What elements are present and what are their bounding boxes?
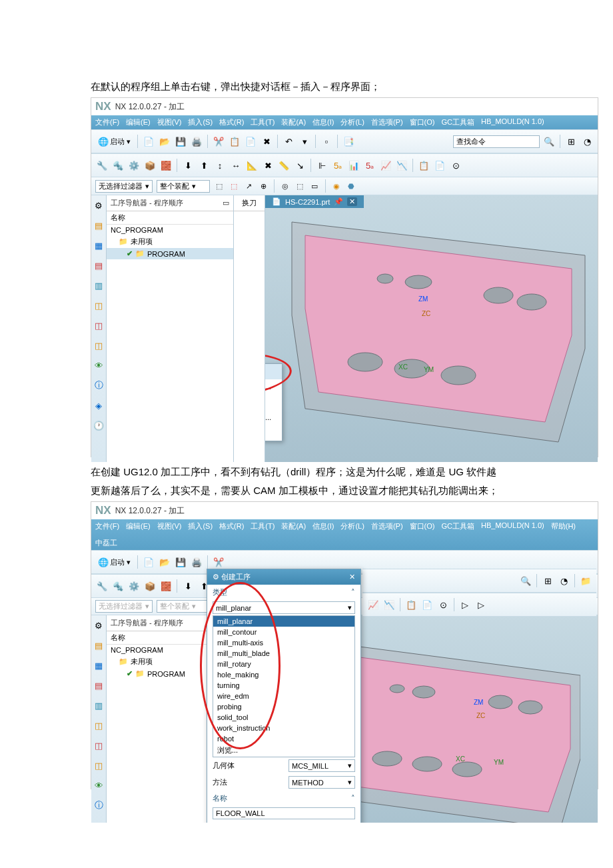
lb-gear-icon[interactable]: ⚙ — [93, 199, 105, 211]
fb-ico-7[interactable]: ▭ — [309, 181, 320, 191]
cam-ico-16[interactable]: 📊 — [347, 159, 360, 172]
cam-ico-18[interactable]: 📈 — [379, 159, 392, 172]
sub-prog-group[interactable]: 📁程序组... — [265, 379, 282, 395]
dlg-name-input[interactable]: FLOOR_WALL — [213, 807, 355, 819]
chevron-up-icon-2[interactable]: ˄ — [351, 794, 355, 803]
lb2-k[interactable]: ◈ — [93, 819, 105, 823]
lb2-c[interactable]: ▦ — [93, 659, 105, 671]
insert-submenu[interactable]: ⚙工序... 📁程序组... 🔧刀具... ◈几何体... 📋方法... — [265, 363, 283, 441]
dlg-type-combo[interactable]: mill_planar▾ — [213, 601, 355, 614]
lb2-h[interactable]: ◫ — [93, 759, 105, 771]
menu2-gctoolbox[interactable]: GC工具箱 — [441, 521, 474, 531]
filter-assy[interactable]: 整个装配▾ — [157, 180, 210, 193]
type-robot[interactable]: robot — [213, 733, 354, 744]
cam-ico-3[interactable]: ⚙️ — [127, 159, 141, 172]
dlg-method-sel[interactable]: METHOD▾ — [289, 776, 355, 789]
unused-items-2[interactable]: 📁未用项 — [107, 655, 207, 668]
lb2-d[interactable]: ▤ — [93, 679, 105, 691]
print-icon[interactable]: 🖨️ — [190, 135, 203, 148]
cam-ico-22[interactable]: ⊙ — [449, 159, 462, 172]
cam-ico-7[interactable]: ⬆ — [197, 159, 211, 172]
frag-b2[interactable]: 📉 — [382, 598, 396, 611]
print-icon-2[interactable]: 🖨️ — [190, 555, 203, 569]
program-node-2[interactable]: ✔📁PROGRAM — [107, 668, 207, 679]
menu2-view[interactable]: 视图(V) — [157, 521, 182, 531]
type-mill-contour[interactable]: mill_contour — [213, 627, 354, 637]
type-wire-edm[interactable]: wire_edm — [213, 691, 354, 701]
menu-view[interactable]: 视图(V) — [157, 117, 182, 127]
menu-bar-2[interactable]: 文件(F) 编辑(E) 视图(V) 插入(S) 格式(R) 工具(T) 装配(A… — [91, 519, 598, 550]
menu-bar[interactable]: 文件(F) 编辑(E) 视图(V) 插入(S) 格式(R) 工具(T) 装配(A… — [91, 115, 598, 129]
left-bar[interactable]: ⚙ ▤ ▦ ▤ ▥ ◫ ◫ ◫ 👁 ⓘ ◈ 🕐 — [91, 195, 107, 462]
menu2-help[interactable]: 帮助(H) — [551, 521, 576, 531]
lb2-a[interactable]: ⚙ — [93, 619, 105, 631]
filter-bar[interactable]: 无选择过滤器▾ 整个装配▾ ⬚ ⬚ ↗ ⊕ ◎ ⬚ ▭ ◉ ⬣ — [91, 177, 598, 195]
menu-window[interactable]: 窗口(O) — [410, 117, 435, 127]
redo-icon[interactable]: ▾ — [298, 135, 311, 148]
type-turning[interactable]: turning — [213, 680, 354, 691]
fb-ico-8[interactable]: ◉ — [331, 181, 342, 191]
filter-assy-2[interactable]: 整个装配▾ — [157, 600, 210, 613]
cam-ico-6[interactable]: ⬇ — [181, 159, 195, 172]
view-icon[interactable]: ⊞ — [564, 135, 578, 148]
fb-ico-3[interactable]: ↗ — [243, 181, 254, 191]
start-button-2[interactable]: 🌐 启动 ▾ — [95, 555, 133, 569]
frag-b7[interactable]: ▷ — [474, 598, 488, 611]
toolbar-right-frag[interactable]: 🔍 ⊞ ◔ 📁 📈 📉 📋 📄 ⊙ ▷ ▷ — [362, 569, 596, 617]
cam-ico-19[interactable]: 📉 — [395, 159, 408, 172]
sub-operation[interactable]: ⚙工序... — [265, 364, 282, 379]
menu2-prefs[interactable]: 首选项(P) — [371, 521, 403, 531]
lb-k-icon[interactable]: 🕐 — [93, 419, 105, 431]
cam-ico-15[interactable]: 5ₐ — [331, 159, 344, 172]
cam-ico-10[interactable]: 📐 — [245, 159, 259, 172]
lb2-b[interactable]: ▤ — [93, 639, 105, 651]
menu2-format[interactable]: 格式(R) — [219, 521, 244, 531]
menu-tools[interactable]: 工具(T) — [251, 117, 275, 127]
cam-ico-2[interactable]: 🔩 — [111, 159, 125, 172]
lb2-g[interactable]: ◫ — [93, 739, 105, 751]
nc-program-2[interactable]: NC_PROGRAM — [107, 645, 207, 655]
menu2-insert[interactable]: 插入(S) — [188, 521, 213, 531]
menu-format[interactable]: 格式(R) — [219, 117, 244, 127]
cam-ico-6b[interactable]: ⬇ — [181, 579, 195, 593]
menu-analysis[interactable]: 分析(L) — [340, 117, 364, 127]
search-icon[interactable]: 🔍 — [542, 135, 556, 148]
fb-ico-4[interactable]: ⊕ — [258, 181, 269, 191]
cam-ico-12[interactable]: 📏 — [277, 159, 291, 172]
cut-icon[interactable]: ✂️ — [212, 135, 225, 148]
cam-ico-11[interactable]: ✖ — [261, 159, 275, 172]
fb-ico-1[interactable]: ⬚ — [214, 181, 225, 191]
cam-ico-20[interactable]: 📋 — [417, 159, 430, 172]
menu2-edit[interactable]: 编辑(E) — [126, 521, 151, 531]
menu2-info[interactable]: 信息(I) — [312, 521, 334, 531]
nc-program[interactable]: NC_PROGRAM — [107, 225, 233, 235]
frag-search-icon[interactable]: 🔍 — [519, 574, 532, 587]
frag-b1[interactable]: 📈 — [366, 598, 380, 611]
dlg-close-icon[interactable]: ✕ — [349, 573, 355, 581]
menu2-analysis[interactable]: 分析(L) — [340, 521, 364, 531]
menu-prefs[interactable]: 首选项(P) — [371, 117, 403, 127]
viewport-3d[interactable]: 📄 HS-C2291.prt 📌 ✕ ZM ZC — [265, 195, 598, 462]
frag-b3[interactable]: 📋 — [404, 598, 418, 611]
lb2-f[interactable]: ◫ — [93, 719, 105, 731]
cam-ico-13[interactable]: ↘ — [293, 159, 306, 172]
left-bar-2[interactable]: ⚙ ▤ ▦ ▤ ▥ ◫ ◫ ◫ 👁 ⓘ ◈ — [91, 615, 107, 823]
cam-ico-1[interactable]: 🔧 — [95, 159, 109, 172]
cam-ico-8[interactable]: ↕ — [213, 159, 227, 172]
new-icon[interactable]: 📄 — [142, 135, 155, 148]
lb-j-icon[interactable]: ◈ — [93, 399, 105, 411]
menu2-tools[interactable]: 工具(T) — [251, 521, 275, 531]
frag-shade-icon[interactable]: ◔ — [557, 574, 570, 587]
fb-ico-6[interactable]: ⬚ — [295, 181, 305, 191]
menu-hbmould[interactable]: HB_MOULD(N 1.0) — [481, 117, 544, 127]
frag-b5[interactable]: ⊙ — [436, 598, 450, 611]
menu-insert[interactable]: 插入(S) — [188, 117, 213, 127]
lb-h-icon[interactable]: 👁 — [93, 359, 105, 371]
cam-ico-14[interactable]: ⊩ — [315, 159, 328, 172]
dlg-geom-sel[interactable]: MCS_MILL▾ — [289, 759, 355, 772]
start-button[interactable]: 🌐 启动 ▾ — [95, 135, 133, 148]
delete-icon[interactable]: ✖ — [260, 135, 273, 148]
lb-i-icon[interactable]: ⓘ — [93, 379, 105, 391]
cam-ico-17[interactable]: 5ₐ — [363, 159, 376, 172]
menu2-window[interactable]: 窗口(O) — [410, 521, 435, 531]
